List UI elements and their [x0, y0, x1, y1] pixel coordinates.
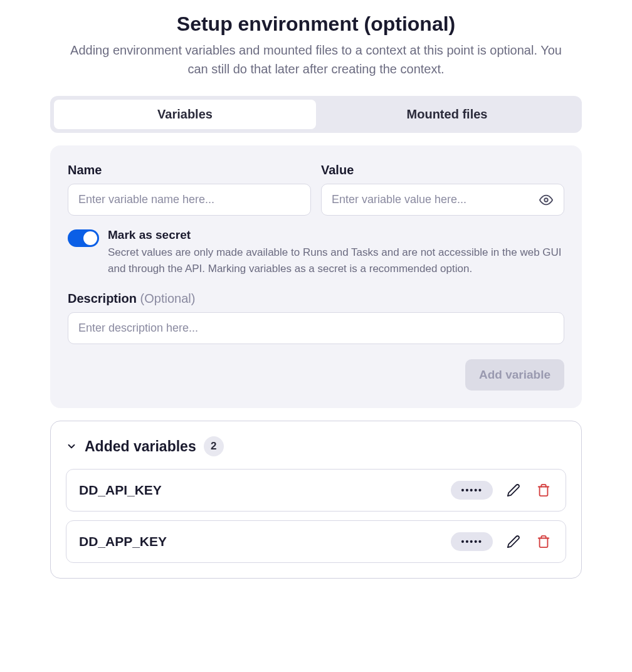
page-subtitle: Adding environment variables and mounted… [59, 41, 573, 78]
tabs: Variables Mounted files [50, 96, 582, 133]
eye-icon [539, 193, 553, 207]
variable-name: DD_API_KEY [79, 483, 162, 498]
toggle-visibility-button[interactable] [537, 191, 556, 209]
pencil-icon [507, 535, 520, 549]
svg-point-0 [544, 198, 548, 202]
trash-icon [537, 535, 550, 549]
mark-secret-label: Mark as secret [108, 228, 564, 242]
description-label: Description (Optional) [68, 291, 564, 306]
added-variables-section: Added variables 2 DD_API_KEY ••••• [50, 421, 582, 579]
delete-variable-button[interactable] [534, 532, 553, 551]
name-label: Name [68, 163, 311, 177]
edit-variable-button[interactable] [504, 481, 523, 500]
collapse-toggle[interactable] [66, 441, 77, 452]
trash-icon [537, 483, 550, 497]
mark-secret-toggle[interactable] [68, 229, 99, 247]
tab-variables[interactable]: Variables [54, 100, 316, 129]
description-input[interactable] [68, 312, 564, 344]
delete-variable-button[interactable] [534, 481, 553, 500]
variable-name: DD_APP_KEY [79, 534, 167, 549]
variable-form: Name Value [50, 145, 582, 408]
page-title: Setup environment (optional) [50, 13, 582, 36]
mark-secret-description: Secret values are only made available to… [108, 244, 564, 276]
variable-row: DD_API_KEY ••••• [66, 469, 566, 512]
edit-variable-button[interactable] [504, 532, 523, 551]
masked-value: ••••• [451, 481, 493, 500]
added-variables-title: Added variables [85, 438, 196, 455]
added-count-badge: 2 [204, 436, 224, 456]
tab-mounted-files[interactable]: Mounted files [316, 100, 578, 129]
variable-row: DD_APP_KEY ••••• [66, 520, 566, 563]
add-variable-button[interactable]: Add variable [465, 359, 564, 391]
name-input[interactable] [68, 184, 311, 216]
chevron-down-icon [66, 441, 77, 452]
pencil-icon [507, 483, 520, 497]
masked-value: ••••• [451, 532, 493, 551]
value-label: Value [321, 163, 564, 177]
optional-hint: (Optional) [140, 291, 196, 305]
value-input[interactable] [321, 184, 564, 216]
